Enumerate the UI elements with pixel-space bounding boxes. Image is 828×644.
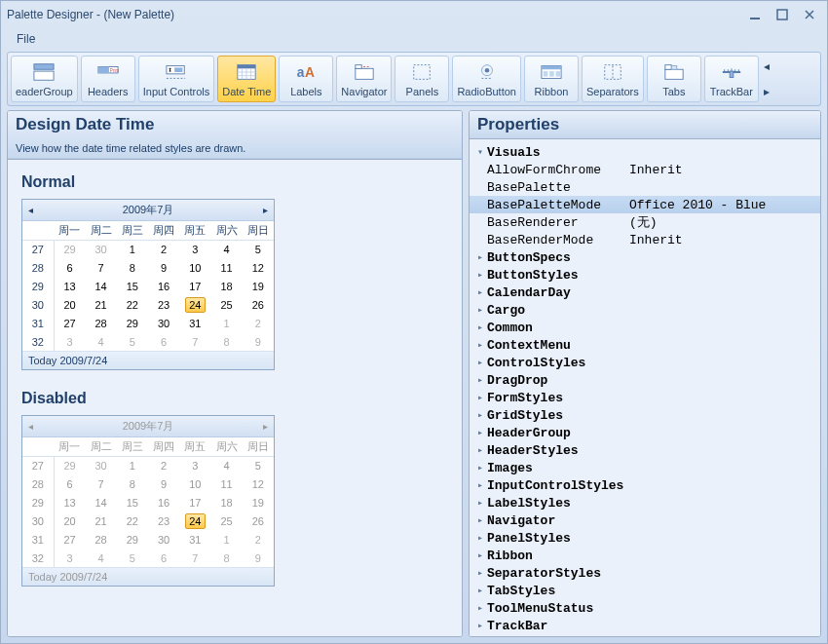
- expand-icon[interactable]: ▸: [473, 357, 487, 368]
- property-row[interactable]: ▸DragDrop: [470, 371, 820, 389]
- property-row[interactable]: ▸CalendarDay: [470, 284, 820, 301]
- property-row[interactable]: BaseRenderModeInherit: [470, 231, 820, 248]
- property-row[interactable]: ▸Common: [470, 319, 820, 336]
- toolbar-button-panels[interactable]: Panels: [395, 56, 449, 102]
- minimize-button[interactable]: [743, 6, 767, 23]
- calendar-day[interactable]: 31: [179, 314, 210, 332]
- property-row[interactable]: ▸Cargo: [470, 301, 820, 319]
- calendar-day[interactable]: 14: [86, 277, 117, 295]
- property-row[interactable]: ▾Visuals: [470, 143, 820, 161]
- property-row[interactable]: ▸HeaderStyles: [470, 441, 820, 459]
- close-button[interactable]: [798, 6, 821, 23]
- property-row[interactable]: BasePaletteModeOffice 2010 - Blue: [470, 196, 820, 213]
- property-row[interactable]: ▸Images: [470, 459, 820, 476]
- toolbar-button-trackbar[interactable]: TrackBar: [704, 56, 759, 102]
- property-row[interactable]: ▸ToolMenuStatus: [470, 599, 820, 617]
- expand-icon[interactable]: ▸: [473, 392, 487, 403]
- property-row[interactable]: ▸ButtonStyles: [470, 266, 820, 284]
- calendar-day[interactable]: 16: [148, 277, 179, 295]
- calendar-day[interactable]: 12: [243, 258, 274, 277]
- property-row[interactable]: ▸PanelStyles: [470, 529, 820, 547]
- calendar-day[interactable]: 8: [117, 258, 148, 277]
- calendar-day[interactable]: 11: [211, 258, 243, 277]
- property-row[interactable]: ▸LabelStyles: [470, 494, 820, 511]
- expand-icon[interactable]: ▸: [473, 444, 487, 456]
- calendar-day[interactable]: 22: [117, 295, 148, 314]
- toolbar-button-ribbon[interactable]: Ribbon: [524, 56, 579, 102]
- properties-grid[interactable]: ▾VisualsAllowFormChromeInheritBasePalett…: [470, 139, 820, 636]
- expand-icon[interactable]: ▸: [473, 514, 487, 526]
- calendar-day[interactable]: 15: [117, 277, 148, 295]
- calendar-day[interactable]: 2: [148, 240, 179, 258]
- calendar-day[interactable]: 18: [211, 277, 243, 295]
- calendar-day[interactable]: 29: [54, 240, 85, 258]
- expand-icon[interactable]: ▸: [473, 497, 487, 509]
- toolbar-next-icon[interactable]: ▸: [764, 85, 770, 98]
- toolbar-button-separators[interactable]: Separators: [582, 56, 644, 102]
- calendar-day[interactable]: 1: [117, 240, 148, 258]
- calendar-day[interactable]: 10: [179, 258, 210, 277]
- calendar-day[interactable]: 4: [211, 240, 243, 258]
- calendar-day[interactable]: 19: [243, 277, 274, 295]
- calendar-day[interactable]: 28: [86, 314, 117, 332]
- expand-icon[interactable]: ▸: [473, 462, 487, 474]
- toolbar-button-tabs[interactable]: Tabs: [647, 56, 701, 102]
- property-row[interactable]: ▸FormStyles: [470, 389, 820, 406]
- toolbar-button-radiobutton[interactable]: RadioButton: [452, 56, 521, 102]
- expand-icon[interactable]: ▸: [473, 339, 487, 351]
- calendar-prev-icon[interactable]: ◂: [28, 205, 33, 215]
- property-row[interactable]: ▸ContextMenu: [470, 336, 820, 354]
- toolbar-button-labels[interactable]: aALabels: [279, 56, 333, 102]
- expand-icon[interactable]: ▸: [473, 567, 487, 579]
- property-row[interactable]: ▸HeaderGroup: [470, 424, 820, 441]
- property-row[interactable]: ▸ControlStyles: [470, 354, 820, 371]
- calendar-day[interactable]: 6: [148, 332, 179, 351]
- calendar-day[interactable]: 5: [117, 332, 148, 351]
- property-row[interactable]: ▸Navigator: [470, 511, 820, 529]
- expand-icon[interactable]: ▸: [473, 374, 487, 386]
- calendar-day[interactable]: 5: [243, 240, 274, 258]
- calendar-day[interactable]: 24: [179, 295, 210, 314]
- calendar-day[interactable]: 21: [86, 295, 117, 314]
- expand-icon[interactable]: ▸: [473, 269, 487, 281]
- property-row[interactable]: ▸GridStyles: [470, 406, 820, 424]
- calendar-day[interactable]: 26: [243, 295, 274, 314]
- calendar-day[interactable]: 8: [211, 332, 243, 351]
- expand-icon[interactable]: ▸: [473, 585, 487, 596]
- toolbar-button-navigator[interactable]: Navigator: [336, 56, 392, 102]
- property-row[interactable]: ▸TabStyles: [470, 582, 820, 599]
- toolbar-button-headergroup[interactable]: eaderGroup: [11, 56, 78, 102]
- expand-icon[interactable]: ▸: [473, 549, 487, 561]
- toolbar-button-inputcontrols[interactable]: Input Controls: [138, 56, 214, 102]
- expand-icon[interactable]: ▸: [473, 532, 487, 544]
- expand-icon[interactable]: ▸: [473, 251, 487, 263]
- calendar-day[interactable]: 27: [54, 314, 85, 332]
- calendar-next-icon[interactable]: ▸: [263, 205, 268, 215]
- calendar-day[interactable]: 30: [86, 240, 117, 258]
- calendar-day[interactable]: 23: [148, 295, 179, 314]
- calendar-day[interactable]: 17: [179, 277, 210, 295]
- toolbar-button-datetime[interactable]: Date Time: [217, 56, 276, 102]
- expand-icon[interactable]: ▸: [473, 479, 487, 491]
- menu-file[interactable]: File: [9, 30, 43, 48]
- calendar-day[interactable]: 3: [179, 240, 210, 258]
- property-row[interactable]: ▸Ribbon: [470, 547, 820, 564]
- calendar-day[interactable]: 20: [54, 295, 85, 314]
- calendar-day[interactable]: 13: [54, 277, 85, 295]
- calendar-day[interactable]: 6: [54, 258, 85, 277]
- expand-icon[interactable]: ▸: [473, 602, 487, 614]
- expand-icon[interactable]: ▸: [473, 427, 487, 438]
- calendar-day[interactable]: 4: [86, 332, 117, 351]
- maximize-button[interactable]: [771, 6, 794, 23]
- property-row[interactable]: AllowFormChromeInherit: [470, 161, 820, 178]
- calendar-today-footer[interactable]: Today 2009/7/24: [22, 351, 274, 369]
- property-row[interactable]: ▸InputControlStyles: [470, 476, 820, 494]
- calendar-day[interactable]: 29: [117, 314, 148, 332]
- toolbar-prev-icon[interactable]: ◂: [764, 59, 770, 73]
- property-row[interactable]: BaseRenderer(无): [470, 213, 820, 231]
- calendar-day[interactable]: 7: [86, 258, 117, 277]
- expand-icon[interactable]: ▸: [473, 304, 487, 316]
- calendar-day[interactable]: 2: [243, 314, 274, 332]
- property-row[interactable]: ▸ButtonSpecs: [470, 248, 820, 266]
- calendar-day[interactable]: 7: [179, 332, 210, 351]
